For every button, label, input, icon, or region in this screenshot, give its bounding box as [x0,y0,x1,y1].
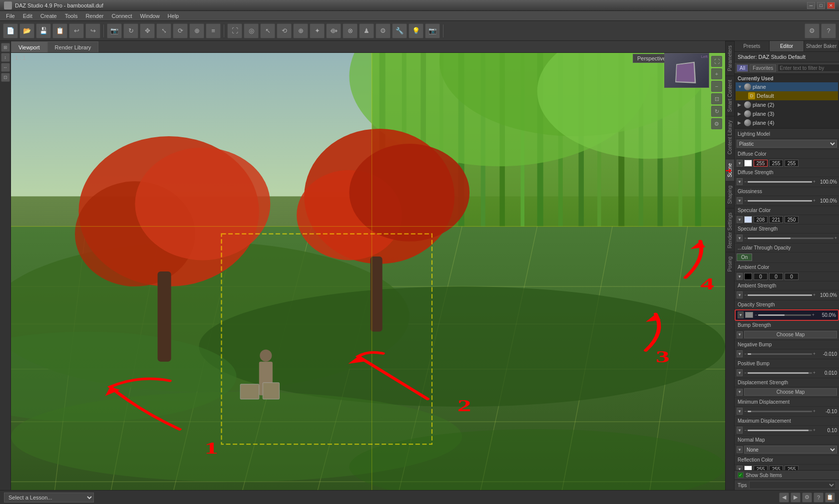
move-button[interactable]: ✥ [140,23,155,38]
ambient-strength-dropdown[interactable]: ▼ [737,291,743,298]
undo-button[interactable]: ↩ [69,23,84,38]
min-displace-dropdown[interactable]: ▼ [737,408,743,415]
neg-bump-dropdown[interactable]: ▼ [737,350,743,357]
ambient-color-dropdown[interactable]: ▼ [737,273,743,280]
tab-posing[interactable]: Posing [726,252,734,276]
opacity-strength-dropdown[interactable]: ▼ [738,311,744,318]
tips-select[interactable] [749,481,836,489]
tree-node-plane[interactable]: ▼ plane [736,82,838,91]
viewport[interactable]: 1 2 3 4 1 : 1 Perspective Vie [11,53,725,490]
neg-bump-slider[interactable]: − + [744,351,816,356]
tab-render-library[interactable]: Render Library [47,41,99,52]
vp-zoom-in-button[interactable]: + [711,68,722,79]
close-button[interactable]: ✕ [827,2,835,9]
ambient-g-input[interactable] [769,273,783,280]
opacity-strength-slider[interactable]: − + [755,312,815,317]
left-icon-1[interactable]: ⊞ [1,43,10,52]
bump-map-dropdown[interactable]: ▼ [737,331,743,338]
diffuse-color-dropdown[interactable]: ▼ [737,160,743,167]
tool12[interactable]: ⊕ [293,23,308,38]
tool16[interactable]: ♟ [359,23,374,38]
refl-color-dropdown[interactable]: ▼ [737,466,743,470]
pos-bump-dropdown[interactable]: ▼ [737,369,743,376]
diffuse-color-swatch[interactable] [744,160,752,167]
normal-map-dropdown[interactable]: ▼ [737,446,743,453]
expander-plane3[interactable]: ▶ [738,111,743,116]
minimize-button[interactable]: ─ [807,2,815,9]
opacity-swatch[interactable] [745,312,753,318]
cular-through-toggle[interactable]: On [737,253,752,261]
show-sub-checkbox[interactable]: ✓ [738,472,744,478]
panel-tab-shader-baker[interactable]: Shader Baker [804,41,839,51]
vp-settings-button[interactable]: ⚙ [711,118,722,129]
menu-window[interactable]: Window [136,11,163,20]
tab-viewport[interactable]: Viewport [11,41,47,52]
open-button[interactable]: 📂 [19,23,34,38]
glossiness-dropdown[interactable]: ▼ [737,197,743,204]
spec-color-swatch[interactable] [744,216,752,223]
filter-favorites-button[interactable]: Favorites [750,64,776,72]
displacement-choose-map-button[interactable]: Choose Map [744,388,837,396]
tool18[interactable]: 🔧 [392,23,407,38]
select-button[interactable]: ↖ [260,23,275,38]
menu-connect[interactable]: Connect [108,11,136,20]
lesson-select[interactable]: Select a Lesson... [4,493,94,503]
diffuse-strength-dropdown[interactable]: ▼ [737,178,743,185]
redo-button[interactable]: ↪ [85,23,100,38]
diffuse-b-input[interactable] [785,160,799,167]
expander-plane2[interactable]: ▶ [738,102,743,107]
left-icon-2[interactable]: ↕ [1,53,10,62]
tree-node-plane3[interactable]: ▶ plane (3) [736,109,838,118]
tool5[interactable]: ⟳ [173,23,188,38]
tool15[interactable]: ⊗ [343,23,358,38]
save-button[interactable]: 💾 [36,23,51,38]
tool8[interactable]: ⛶ [227,23,242,38]
menu-file[interactable]: File [2,11,19,20]
filter-input[interactable] [778,64,839,72]
tab-smart-content[interactable]: Smart Content [726,75,734,116]
ambient-color-swatch[interactable] [744,273,752,280]
refl-g-input[interactable] [769,466,783,470]
menu-render[interactable]: Render [81,11,107,20]
save-as-button[interactable]: 📋 [52,23,67,38]
refl-color-swatch[interactable] [744,466,752,470]
status-icon-1[interactable]: ◀ [779,493,789,503]
tool17[interactable]: ⚙ [376,23,391,38]
diffuse-r-input[interactable] [754,160,768,167]
vp-expand-button[interactable]: ⛶ [711,56,722,67]
left-icon-3[interactable]: ↔ [1,63,10,72]
status-icon-4[interactable]: ? [814,493,824,503]
expander-plane4[interactable]: ▶ [738,120,743,125]
min-displace-slider[interactable]: − + [744,409,816,414]
tool13[interactable]: ✦ [310,23,325,38]
vp-fit-button[interactable]: ⊡ [711,93,722,104]
refl-r-input[interactable] [754,466,768,470]
vp-zoom-out-button[interactable]: − [711,81,722,92]
menu-create[interactable]: Create [36,11,61,20]
status-icon-3[interactable]: ⚙ [802,493,812,503]
tool11[interactable]: ⟲ [277,23,292,38]
tree-node-default[interactable]: D Default [736,91,838,100]
displace-map-dropdown[interactable]: ▼ [737,389,743,396]
tool9[interactable]: ◎ [244,23,259,38]
vp-rotate-button[interactable]: ↻ [711,106,722,117]
tool7[interactable]: ≡ [206,23,221,38]
normal-map-select[interactable]: None [744,446,837,454]
filter-all-button[interactable]: All [737,64,748,72]
max-displace-slider[interactable]: − + [744,428,816,433]
refl-b-input[interactable] [785,466,799,470]
tool6[interactable]: ⊕ [189,23,204,38]
lighting-model-select[interactable]: Plastic Metallic Skin [737,140,837,148]
rotate-button[interactable]: ↻ [123,23,138,38]
menu-help[interactable]: Help [164,11,183,20]
maximize-button[interactable]: □ [817,2,825,9]
camera-button[interactable]: 📷 [107,23,122,38]
left-icon-4[interactable]: ⊡ [1,73,10,82]
tab-parameters[interactable]: Parameters [726,41,734,75]
tool14[interactable]: ⟴ [326,23,341,38]
bump-choose-map-button[interactable]: Choose Map [744,331,837,338]
specular-strength-slider[interactable]: − + [744,236,837,241]
help-button[interactable]: ? [821,23,836,38]
expander-plane[interactable]: ▼ [738,84,743,89]
ambient-b-input[interactable] [785,273,799,280]
